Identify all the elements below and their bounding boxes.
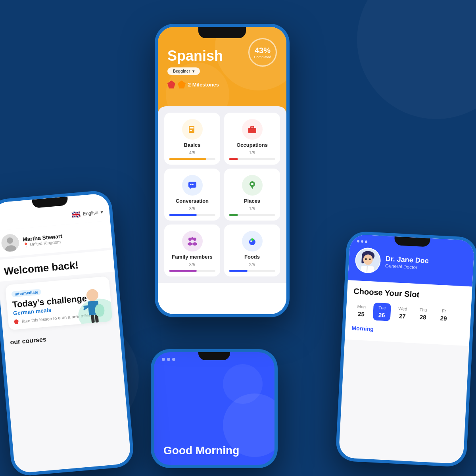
- language-label: English: [83, 210, 98, 217]
- basics-label: Basics: [184, 142, 201, 148]
- lang-dropdown-icon: ▾: [100, 209, 103, 215]
- svg-point-17: [191, 237, 194, 240]
- svg-point-16: [193, 238, 196, 241]
- dot-1: [162, 358, 165, 361]
- header-dots: [357, 240, 367, 243]
- svg-point-13: [251, 183, 253, 185]
- status-dots: [162, 358, 175, 361]
- header-dot-2: [361, 240, 363, 243]
- family-count: 3/5: [189, 262, 195, 267]
- family-progress-fill: [169, 270, 197, 272]
- challenge-illustration: [69, 277, 113, 328]
- day-wed[interactable]: Wed 27: [393, 303, 412, 322]
- dropdown-arrow-icon: ▾: [192, 69, 194, 73]
- day-thu[interactable]: Thu 28: [414, 305, 432, 323]
- svg-marker-11: [190, 188, 192, 189]
- basics-icon: [182, 119, 203, 140]
- greeting-title: Good Morning: [163, 444, 265, 457]
- milestones-row: 2 Milestones: [167, 81, 277, 88]
- conversation-icon: [182, 175, 203, 196]
- day-column-headers: Mon 25 Tue 26 Wed 27 Thu 28: [352, 301, 465, 325]
- phone-bottom: Good Morning: [151, 349, 278, 468]
- phone-left: 🇬🇧 English ▾ Martha Stewart 📍 United Kin…: [0, 190, 135, 476]
- category-grid: Basics 4/5 Occupations 1/5: [158, 106, 286, 283]
- svg-rect-3: [190, 130, 192, 131]
- svg-point-22: [250, 240, 252, 242]
- svg-point-18: [188, 242, 192, 246]
- occupations-label: Occupations: [236, 142, 268, 148]
- svg-rect-9: [190, 184, 192, 185]
- svg-rect-6: [251, 127, 253, 128]
- conversation-label: Conversation: [176, 198, 209, 204]
- difficulty-badge: Intermediate: [11, 289, 41, 298]
- foods-label: Foods: [244, 254, 260, 260]
- notch-center: [198, 27, 246, 38]
- svg-rect-4: [248, 128, 256, 133]
- day-fri[interactable]: Fr 29: [434, 306, 453, 324]
- svg-rect-10: [192, 184, 194, 185]
- phone-right: Dr. Jane Doe General Doctor Choose Your …: [335, 231, 476, 467]
- places-count: 1/5: [249, 206, 255, 211]
- good-morning-content: Good Morning: [154, 352, 274, 465]
- svg-rect-7: [250, 128, 254, 129]
- day-tabs: Mon 25 Tue 26 Wed 27 Thu 28: [352, 301, 465, 325]
- level-text: Begginer: [173, 69, 190, 73]
- svg-point-15: [188, 238, 192, 241]
- spanish-title: Spanish: [167, 48, 277, 64]
- family-label: Family members: [172, 254, 213, 260]
- gem-icon-1: [167, 81, 175, 88]
- foods-icon: [242, 231, 263, 251]
- category-occupations[interactable]: Occupations 1/5: [224, 113, 280, 165]
- doctor-avatar: [355, 247, 381, 274]
- challenge-card[interactable]: Intermediate Today's challenge German me…: [5, 276, 113, 330]
- level-badge[interactable]: Begginer ▾: [167, 67, 200, 75]
- location-pin-icon: 📍: [23, 242, 29, 248]
- basics-progress-bar: [169, 158, 215, 160]
- milestone-count: 2 Milestones: [188, 82, 219, 88]
- conversation-progress-fill: [169, 214, 197, 216]
- header-dot-1: [357, 240, 359, 242]
- places-progress-bar: [229, 214, 275, 216]
- header-dot-3: [365, 240, 367, 243]
- conversation-progress-bar: [169, 214, 215, 216]
- conversation-count: 3/5: [189, 206, 195, 211]
- family-icon: [182, 231, 203, 251]
- language-selector[interactable]: 🇬🇧 English ▾: [71, 208, 104, 219]
- notch-bottom: [198, 352, 230, 360]
- family-progress-bar: [169, 270, 215, 272]
- svg-rect-1: [190, 127, 194, 128]
- basics-count: 4/5: [189, 150, 195, 155]
- time-slot-morning: Morning: [351, 325, 464, 340]
- occupations-progress-bar: [229, 158, 275, 160]
- dot-3: [172, 358, 175, 361]
- welcome-title: Welcome back!: [4, 257, 108, 277]
- category-conversation[interactable]: Conversation 3/5: [164, 169, 220, 221]
- basics-progress-fill: [169, 158, 206, 160]
- category-family[interactable]: Family members 3/5: [164, 225, 220, 276]
- day-mon[interactable]: Mon 25: [352, 301, 370, 320]
- places-progress-fill: [229, 214, 238, 216]
- slot-section: Choose Your Slot Mon 25 Tue 26 Wed 27: [345, 280, 472, 346]
- places-label: Places: [244, 198, 260, 204]
- bg-circle-2: [223, 364, 263, 404]
- svg-point-19: [192, 242, 197, 246]
- dot-2: [167, 358, 170, 361]
- foods-progress-fill: [229, 270, 248, 272]
- svg-marker-14: [251, 186, 254, 189]
- category-foods[interactable]: Foods 2/5: [224, 225, 280, 276]
- spanish-header: 43% Completed Spanish Begginer ▾ 2 Miles…: [158, 27, 286, 114]
- phone-center: 43% Completed Spanish Begginer ▾ 2 Miles…: [155, 24, 290, 317]
- gem-icon-2: [178, 81, 186, 88]
- category-basics[interactable]: Basics 4/5: [164, 113, 220, 165]
- courses-title: our courses: [10, 336, 47, 345]
- day-tue[interactable]: Tue 26: [373, 302, 391, 321]
- svg-rect-2: [190, 129, 194, 129]
- places-icon: [242, 175, 263, 196]
- flag-icon: 🇬🇧: [71, 210, 81, 219]
- occupations-icon: [242, 119, 263, 140]
- foods-count: 2/5: [249, 262, 255, 267]
- category-places[interactable]: Places 1/5: [224, 169, 280, 221]
- occupations-count: 1/5: [249, 150, 255, 155]
- slot-title: Choose Your Slot: [353, 287, 466, 302]
- avatar: [1, 234, 20, 253]
